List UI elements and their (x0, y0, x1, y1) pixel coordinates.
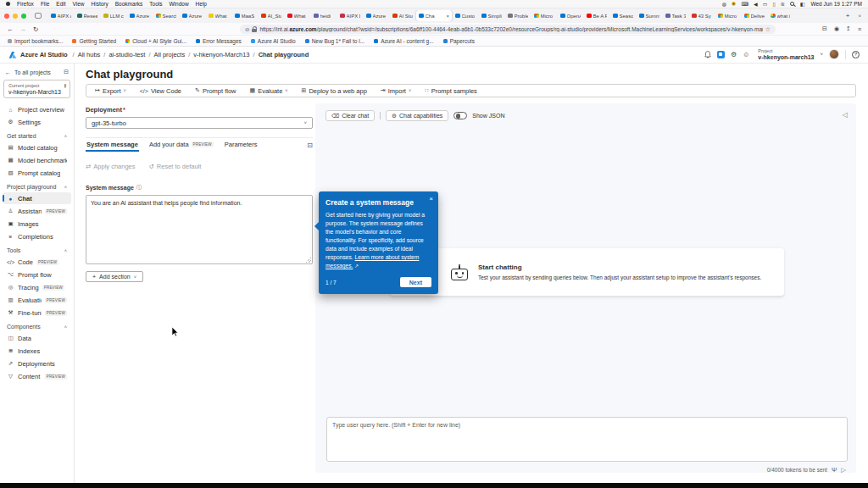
control-center-icon[interactable]: ◧ (800, 1, 805, 7)
sidebar-icon[interactable]: ⊟ (822, 25, 827, 32)
keyboard-icon[interactable]: ⌨ (741, 1, 748, 7)
help-icon[interactable]: ? (852, 51, 860, 58)
screen-share-icon[interactable] (717, 51, 725, 58)
sidebar-item[interactable]: ♙ Assistants PREVIEW (3, 205, 71, 217)
browser-tab[interactable]: what i (768, 10, 793, 21)
sidebar-item[interactable]: ▣ Images (3, 218, 71, 230)
toolbar-button[interactable]: ✎ Prompt flow (188, 85, 242, 97)
browser-tab[interactable]: Azure (180, 10, 205, 21)
feedback-smiley-icon[interactable]: ☺ (743, 51, 749, 58)
browser-tab[interactable]: Delive (742, 10, 767, 21)
menubar-item[interactable]: Window (169, 1, 188, 7)
bookmark-item[interactable]: Azure AI - content g... (374, 38, 434, 44)
breadcrumb-item[interactable]: All hubs (78, 51, 101, 58)
browser-tab[interactable]: Micro (715, 10, 741, 21)
browser-tab[interactable]: LLM c (101, 10, 126, 21)
browser-tab[interactable]: Summ (637, 10, 662, 21)
close-icon[interactable]: × (429, 195, 433, 202)
new-tab-button[interactable]: + (843, 12, 853, 19)
reset-to-default-button[interactable]: ↺Reset to default (149, 163, 202, 170)
browser-tab[interactable]: Azure (127, 10, 153, 21)
display-icon[interactable]: ▭ (763, 1, 768, 7)
browser-tab[interactable]: Resea (75, 10, 100, 21)
current-project-selector[interactable]: Current project v-hkenyon-March13 ▴▾ (3, 80, 70, 98)
lock-icon[interactable] (252, 29, 257, 33)
reload-button[interactable]: ↻ (33, 25, 38, 33)
user-avatar[interactable] (829, 49, 839, 59)
url-bar[interactable]: ⊘ https://int.ai.azure.com/playground/ch… (240, 25, 776, 34)
bookmark-item[interactable]: Import bookmarks... (8, 38, 63, 44)
sidebar-item[interactable]: ▥ Evaluation PREVIEW (3, 294, 71, 306)
resize-handle[interactable] (306, 258, 311, 263)
browser-tab[interactable]: Micro (531, 10, 557, 21)
breadcrumb-item[interactable]: All projects (153, 51, 185, 58)
to-all-projects-link[interactable]: To all projects (14, 69, 51, 75)
send-icon[interactable]: ▷ (841, 466, 846, 474)
browser-tab[interactable]: OpenA (558, 10, 583, 21)
sidebar-item[interactable]: ⇗ Deployments (3, 358, 71, 369)
apply-changes-button[interactable]: ⇄Apply changes (86, 163, 136, 170)
sidebar-item[interactable]: ◫ Data (3, 332, 71, 344)
tab-close-icon[interactable]: × (446, 14, 449, 19)
chat-input[interactable] (326, 417, 848, 462)
browser-tab[interactable]: Search (153, 10, 179, 21)
sidebar-item[interactable]: ≡ Completions (3, 230, 71, 242)
info-icon[interactable]: ⓘ (136, 184, 142, 191)
setup-tab[interactable]: Parameters (224, 139, 259, 152)
system-message-textarea[interactable]: You are an AI assistant that helps peopl… (86, 195, 313, 264)
menubar-item[interactable]: View (73, 1, 85, 7)
open-panel-icon[interactable]: ⊡ (307, 141, 313, 149)
toolbar-button[interactable]: ▦ Evaluate ˅ (243, 85, 295, 97)
browser-tab[interactable]: 43 Sy (689, 10, 715, 21)
bookmark-item[interactable]: New Bug 1* Fail to l... (305, 38, 365, 44)
sidebar-section-header[interactable]: Tools ˄ (3, 243, 71, 255)
deployment-select[interactable]: gpt-35-turbo ˅ (86, 117, 313, 129)
sidebar-item[interactable]: ▽ Content filters PREVIEW (3, 370, 71, 382)
setup-tab[interactable]: Add your data PREVIEW (148, 139, 214, 152)
bookmark-item[interactable]: Getting Started (72, 38, 116, 44)
add-section-button[interactable]: + Add section ˅ (86, 271, 143, 282)
setup-tab[interactable]: System message (86, 139, 139, 152)
browser-tab[interactable]: AIPX c (48, 10, 74, 21)
wifi-icon[interactable]: ≋ (781, 1, 785, 7)
collapse-sidebar-icon[interactable]: ⊟ (64, 69, 69, 75)
browser-tab[interactable]: Custo (453, 10, 478, 21)
settings-gear-icon[interactable]: ⚙ (731, 51, 737, 58)
volume-icon[interactable]: ◀ (754, 1, 758, 7)
battery-icon[interactable]: ▯ (772, 1, 775, 7)
tab-overview-icon[interactable] (35, 13, 42, 19)
toolbar-button[interactable]: ↦ Export ˅ (88, 85, 133, 97)
browser-tab[interactable]: Task 3 (663, 10, 688, 21)
breadcrumb-item[interactable]: ai-studio-test (108, 51, 145, 58)
toolbar-button[interactable]: </> View Code (133, 85, 188, 97)
bookmark-item[interactable]: Error Messages (196, 38, 242, 44)
menubar-item[interactable]: History (92, 1, 108, 7)
sidebar-section-header[interactable]: Components ˄ (3, 319, 71, 331)
toolbar-button[interactable]: ⊞ Deploy to a web app (295, 85, 374, 97)
sidebar-item[interactable]: ⚙ Settings (3, 116, 71, 128)
browser-tab[interactable]: AIPX D (337, 10, 363, 21)
sidebar-item[interactable]: ▦ Model benchmarks (3, 154, 71, 166)
show-json-toggle[interactable] (453, 112, 467, 119)
microphone-icon[interactable]: Ψ (832, 466, 837, 474)
bookmark-item[interactable]: Cloud + AI Style Gui... (125, 38, 186, 44)
browser-tab[interactable]: MaaS (232, 10, 258, 21)
sidebar-item[interactable]: ≣ Indexes (3, 345, 71, 357)
forward-button[interactable]: → (20, 25, 27, 33)
tracking-protection-icon[interactable]: ⊘ (245, 26, 249, 33)
sidebar-item[interactable]: </> Code PREVIEW (3, 256, 71, 268)
toolbar-button[interactable]: ∷ Prompt samples (418, 85, 484, 97)
minimize-window-button[interactable] (13, 14, 18, 19)
azure-ai-studio-logo-icon[interactable] (8, 51, 17, 59)
browser-tab[interactable]: AI Stu (390, 10, 415, 21)
tab-list-chevron-icon[interactable]: ˅ (855, 14, 864, 19)
sidebar-item[interactable]: ⌂ Project overview (3, 103, 71, 115)
sidebar-item[interactable]: ◎ Tracing PREVIEW (3, 281, 71, 293)
menubar-clock[interactable]: Wed Jun 19 1:27 PM (810, 1, 862, 7)
apple-logo-icon[interactable] (6, 2, 10, 6)
account-icon[interactable]: ◉ (834, 25, 839, 32)
bookmark-item[interactable]: Azure AI Studio (251, 38, 296, 44)
sidebar-item[interactable]: ▤ Model catalog (3, 141, 71, 153)
browser-tab[interactable]: What (206, 10, 231, 21)
share-icon[interactable]: ↥ (846, 25, 851, 32)
